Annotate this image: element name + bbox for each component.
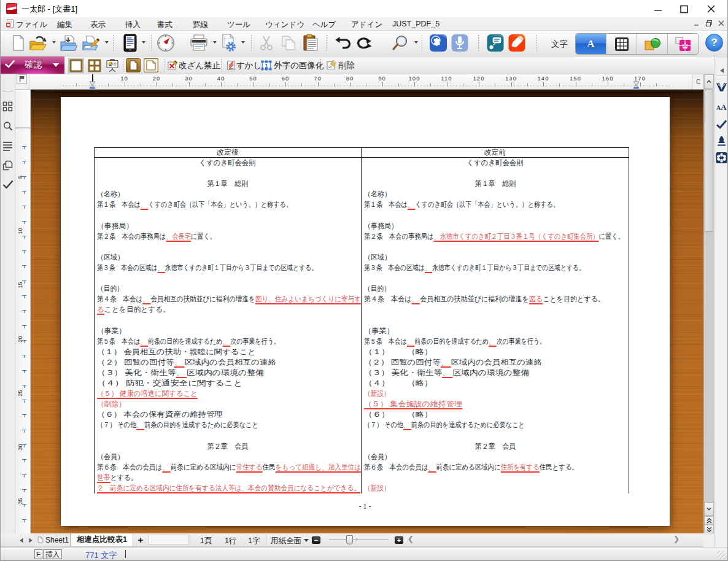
delete-mark-icon[interactable]	[326, 58, 337, 73]
menu-item[interactable]: ファイル	[16, 20, 47, 30]
confirm-button[interactable]: 確認	[1, 56, 64, 74]
gift-parts-mode-button[interactable]	[668, 34, 699, 54]
menu-item[interactable]: JUST_PDF_5	[392, 20, 440, 28]
tamper-ban-icon[interactable]	[167, 58, 178, 73]
hscroll-right-icon[interactable]: ❯	[673, 535, 680, 543]
document-page[interactable]: 改定後くすのき町会会則第１章 総則（名称）第１条 本会は、 くすのき町会（以下「…	[61, 97, 670, 526]
menu-item[interactable]: 罫線	[193, 20, 208, 30]
new-document-button[interactable]	[9, 34, 28, 52]
vertical-scrollbar[interactable]	[703, 74, 714, 533]
chevron-down-icon[interactable]	[414, 41, 418, 44]
margin-marker[interactable]	[89, 81, 96, 89]
zoom-slider-track[interactable]	[329, 540, 389, 540]
marker-pen-button[interactable]	[508, 34, 526, 52]
doc-restore-icon[interactable]	[705, 20, 713, 27]
horizontal-ruler[interactable]: 1020304050607080901001101201301401501601…	[29, 74, 692, 89]
revision-text-run: をもって組織し、加入単位は	[275, 463, 360, 471]
tablet-viewer-button[interactable]	[121, 34, 139, 52]
document-viewport[interactable]: 改定後くすのき町会会則第１章 総則（名称）第１条 本会は、 くすのき町会（以下「…	[31, 90, 703, 533]
sheet-tab[interactable]: Sheet1	[35, 533, 71, 546]
doc-close-icon[interactable]	[718, 20, 725, 27]
presentation-screen-button[interactable]	[104, 58, 120, 73]
gaiji-image-icon[interactable]: 1	[261, 58, 272, 73]
chevron-down-icon[interactable]	[142, 41, 145, 44]
watermark-icon[interactable]	[225, 58, 236, 73]
menu-item[interactable]: 表示	[90, 20, 106, 30]
compass-button[interactable]	[157, 34, 175, 52]
delete-mark-label[interactable]: 削除	[338, 60, 355, 71]
menu-item[interactable]: アドイン	[351, 20, 382, 30]
text-a-mode-button[interactable]: A	[576, 34, 606, 54]
scroll-down-button[interactable]	[704, 502, 714, 516]
addon-puzzle-button[interactable]	[429, 34, 447, 52]
revision-text-run: 、	[407, 200, 415, 209]
add-sheet-button[interactable]: +	[135, 535, 146, 545]
page-down-button[interactable]	[704, 525, 714, 533]
chevron-down-icon[interactable]	[52, 41, 56, 44]
list-view-icon[interactable]	[2, 141, 13, 151]
watermark-label[interactable]: すかし	[236, 60, 261, 71]
minimize-button[interactable]	[650, 5, 666, 14]
insert-mode-button[interactable]: 挿入	[43, 549, 62, 559]
paste-clipboard-button[interactable]	[301, 34, 320, 52]
clip-object-mode-button[interactable]	[637, 34, 668, 54]
close-button[interactable]	[703, 5, 719, 14]
tab-scroll-right-icon[interactable]	[26, 536, 34, 544]
tab-scroll-left-icon[interactable]	[17, 536, 25, 544]
menu-item[interactable]: ツール	[227, 20, 250, 30]
gaiji-image-label[interactable]: 外字の画像化	[274, 60, 323, 71]
zoom-out-button[interactable]: −	[312, 536, 320, 544]
ruler-tick	[66, 85, 67, 86]
view-mode-select[interactable]: 用紙全面	[271, 536, 301, 546]
save-edit-button[interactable]	[82, 34, 100, 52]
zoom-magnifier-button[interactable]	[391, 34, 409, 52]
search-icon[interactable]	[2, 121, 13, 131]
redo-button[interactable]	[354, 34, 373, 52]
sheet-tab-active[interactable]: 相違点比較表1	[71, 533, 133, 546]
menu-item[interactable]: 編集	[57, 20, 72, 30]
chevron-down-icon[interactable]	[105, 41, 109, 44]
vertical-ruler[interactable]: 5101520253035	[15, 90, 31, 533]
microphone-button[interactable]	[451, 34, 469, 52]
resize-grip[interactable]	[717, 551, 726, 559]
help-button[interactable]: ?	[705, 34, 723, 52]
menu-item[interactable]: ウィンドウ	[265, 20, 304, 30]
check-icon[interactable]	[716, 118, 727, 130]
comment-chat-button[interactable]	[486, 34, 505, 52]
view-mode-dropdown-icon[interactable]	[304, 539, 309, 542]
maximize-button[interactable]	[676, 5, 692, 14]
page-up-button[interactable]	[704, 516, 714, 525]
undo-button[interactable]	[334, 34, 352, 52]
menu-item[interactable]: 書式	[157, 20, 172, 30]
page-view-button[interactable]	[125, 58, 141, 73]
check-icon[interactable]	[2, 180, 13, 190]
hscroll-left-icon[interactable]: ❮	[408, 535, 414, 543]
font-aa-icon[interactable]: AA	[716, 101, 727, 112]
zoom-in-button[interactable]: +	[395, 536, 403, 544]
print-settings-button[interactable]	[219, 34, 238, 52]
scroll-up-button[interactable]	[704, 74, 714, 89]
doc-minimize-icon[interactable]	[693, 20, 700, 27]
print-button[interactable]	[190, 34, 208, 52]
page-new-button[interactable]	[143, 58, 159, 73]
single-window-button[interactable]	[68, 58, 84, 73]
margin-marker[interactable]	[633, 81, 640, 89]
zoom-slider-thumb[interactable]	[346, 535, 353, 544]
function-key-button[interactable]: F	[34, 549, 42, 559]
scrollbar-thumb[interactable]	[705, 90, 713, 232]
grid-pages-icon[interactable]	[2, 101, 13, 112]
chevron-down-icon[interactable]	[241, 41, 245, 44]
tab-type-selector[interactable]	[17, 74, 27, 84]
copy-sheet-icon[interactable]	[2, 160, 13, 171]
flower-icon[interactable]	[716, 152, 727, 163]
table-grid-mode-button[interactable]	[606, 34, 637, 54]
quad-window-button[interactable]	[87, 58, 103, 73]
save-to-folder-button[interactable]	[60, 34, 78, 52]
v-logo-icon[interactable]	[716, 81, 727, 93]
open-folder-button[interactable]	[29, 34, 47, 52]
chevron-down-icon[interactable]	[213, 41, 217, 44]
stamp-icon[interactable]	[716, 135, 727, 147]
menu-item[interactable]: 挿入	[125, 20, 141, 30]
tamper-ban-label[interactable]: 改ざん禁止	[179, 60, 220, 71]
menu-item[interactable]: ヘルプ	[312, 20, 336, 30]
